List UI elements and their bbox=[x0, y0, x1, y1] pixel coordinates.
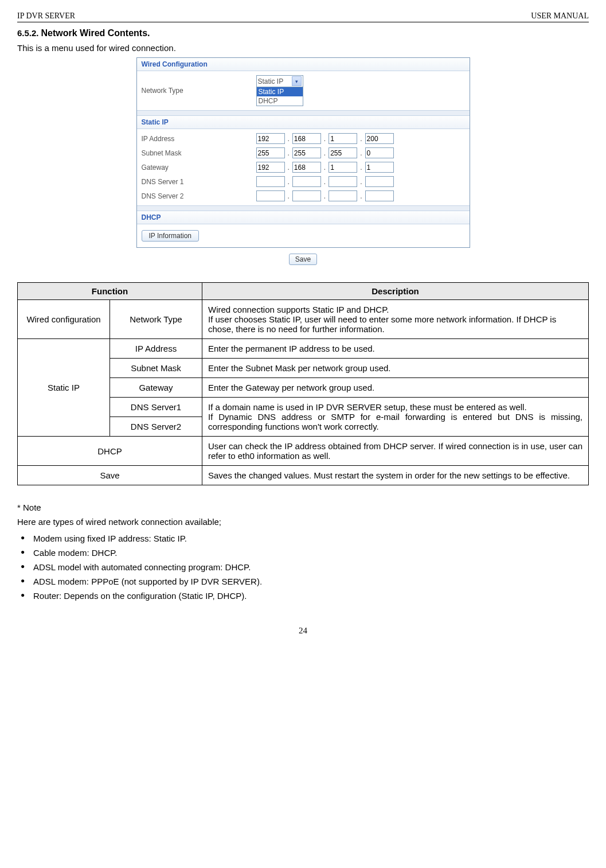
section-title: Network Wired Contents. bbox=[41, 28, 150, 38]
th-description: Description bbox=[202, 283, 589, 300]
ip-b[interactable] bbox=[292, 133, 321, 144]
gw-c[interactable] bbox=[329, 162, 357, 173]
th-function: Function bbox=[18, 283, 202, 300]
notes-title: * Note bbox=[17, 503, 589, 512]
ip-information-button[interactable]: IP Information bbox=[142, 230, 199, 242]
cell-subnet: Subnet Mask bbox=[110, 359, 202, 378]
save-button[interactable]: Save bbox=[289, 254, 317, 265]
panel-static-ip-title: Static IP bbox=[137, 116, 470, 129]
cell-dns1: DNS Server1 bbox=[110, 398, 202, 417]
cell-dns2: DNS Server2 bbox=[110, 417, 202, 437]
cell-ip-address: IP Address bbox=[110, 339, 202, 359]
gw-b[interactable] bbox=[292, 162, 321, 173]
list-item: Router: Depends on the configuration (St… bbox=[17, 589, 589, 603]
ip-c[interactable] bbox=[329, 133, 357, 144]
gateway-label: Gateway bbox=[142, 164, 256, 172]
dns2-label: DNS Server 2 bbox=[142, 192, 256, 200]
cell-desc: Wired connection supports Static IP and … bbox=[202, 300, 589, 339]
mask-b[interactable] bbox=[292, 147, 321, 158]
list-item: ADSL model with automated connecting pro… bbox=[17, 560, 589, 574]
dns2-c[interactable] bbox=[329, 190, 357, 201]
ip-address-label: IP Address bbox=[142, 135, 256, 143]
dns1-label: DNS Server 1 bbox=[142, 178, 256, 186]
ip-a[interactable] bbox=[256, 133, 285, 144]
list-item: Modem using fixed IP address: Static IP. bbox=[17, 531, 589, 546]
section-heading: 6.5.2. Network Wired Contents. bbox=[17, 28, 589, 38]
section-number: 6.5.2. bbox=[17, 28, 39, 38]
ip-d[interactable] bbox=[365, 133, 394, 144]
select-option-static[interactable]: Static IP bbox=[257, 87, 303, 96]
mask-c[interactable] bbox=[329, 147, 357, 158]
cell-desc: Enter the Gateway per network group used… bbox=[202, 378, 589, 398]
dns1-a[interactable] bbox=[256, 176, 285, 187]
list-item: Cable modem: DHCP. bbox=[17, 546, 589, 560]
page-number: 24 bbox=[17, 626, 589, 636]
select-option-dhcp[interactable]: DHCP bbox=[257, 96, 303, 106]
cell-desc: If a domain name is used in IP DVR SERVE… bbox=[202, 398, 589, 437]
panel-wired-config-title: Wired Configuration bbox=[137, 58, 470, 71]
notes-section: * Note Here are types of wired network c… bbox=[17, 503, 589, 603]
cell-network-type: Network Type bbox=[110, 300, 202, 339]
network-type-label: Network Type bbox=[142, 87, 256, 95]
select-value: Static IP bbox=[258, 77, 284, 85]
cell-desc: User can check the IP address obtained f… bbox=[202, 437, 589, 466]
network-type-select[interactable]: Static IP ▾ Static IP DHCP bbox=[256, 75, 303, 106]
cell-desc: Saves the changed values. Must restart t… bbox=[202, 466, 589, 485]
header-left: IP DVR SERVER bbox=[17, 11, 75, 21]
table-row: Static IP IP Address Enter the permanent… bbox=[18, 339, 589, 359]
dns1-b[interactable] bbox=[292, 176, 321, 187]
notes-intro: Here are types of wired network connecti… bbox=[17, 517, 589, 527]
cell-wired-config: Wired configuration bbox=[18, 300, 110, 339]
table-row: DHCP User can check the IP address obtai… bbox=[18, 437, 589, 466]
cell-save: Save bbox=[18, 466, 202, 485]
subnet-label: Subnet Mask bbox=[142, 149, 256, 157]
cell-desc: Enter the permanent IP address to be use… bbox=[202, 339, 589, 359]
cell-static-ip: Static IP bbox=[18, 339, 110, 437]
config-screenshot: Wired Configuration Network Type Static … bbox=[136, 57, 470, 248]
mask-d[interactable] bbox=[365, 147, 394, 158]
dns2-b[interactable] bbox=[292, 190, 321, 201]
chevron-down-icon[interactable]: ▾ bbox=[292, 76, 302, 86]
cell-desc: Enter the Subnet Mask per network group … bbox=[202, 359, 589, 378]
intro-text: This is a menu used for wired connection… bbox=[17, 43, 589, 53]
dns2-d[interactable] bbox=[365, 190, 394, 201]
table-row: Save Saves the changed values. Must rest… bbox=[18, 466, 589, 485]
dns2-a[interactable] bbox=[256, 190, 285, 201]
mask-a[interactable] bbox=[256, 147, 285, 158]
description-table: Function Description Wired configuration… bbox=[17, 282, 589, 485]
dns1-c[interactable] bbox=[329, 176, 357, 187]
header-right: USER MANUAL bbox=[531, 11, 589, 21]
dns1-d[interactable] bbox=[365, 176, 394, 187]
panel-dhcp-title: DHCP bbox=[137, 211, 470, 224]
gw-a[interactable] bbox=[256, 162, 285, 173]
cell-gateway: Gateway bbox=[110, 378, 202, 398]
cell-dhcp: DHCP bbox=[18, 437, 202, 466]
page-header: IP DVR SERVER USER MANUAL bbox=[17, 11, 589, 22]
gw-d[interactable] bbox=[365, 162, 394, 173]
list-item: ADSL modem: PPPoE (not supported by IP D… bbox=[17, 574, 589, 589]
table-row: Wired configuration Network Type Wired c… bbox=[18, 300, 589, 339]
